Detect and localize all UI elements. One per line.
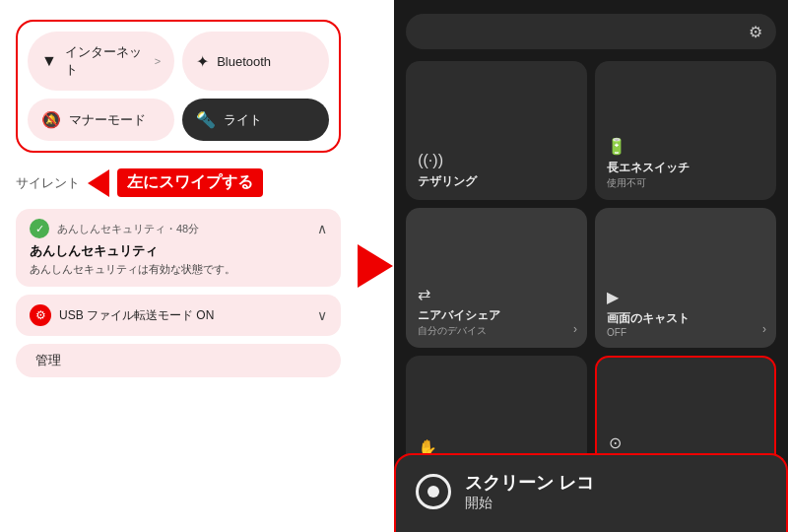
bluetooth-tile[interactable]: ✦ Bluetooth <box>182 32 329 91</box>
internet-tile[interactable]: ▼ インターネット > <box>28 32 174 91</box>
cast-icon: ▶ <box>607 288 764 306</box>
battery-icon: 🔋 <box>607 137 764 156</box>
flashlight-icon: 🔦 <box>196 110 216 129</box>
usb-label: USB ファイル転送モード ON <box>59 307 214 324</box>
internet-label: インターネット <box>65 43 147 79</box>
main-container: ▼ インターネット > ✦ Bluetooth 🔕 マナーモード 🔦 ライト <box>0 0 788 532</box>
left-arrow-icon <box>88 169 109 197</box>
screen-record-popup[interactable]: スクリーン レコ 開始 <box>394 453 788 532</box>
left-panel: ▼ インターネット > ✦ Bluetooth 🔕 マナーモード 🔦 ライト <box>0 0 357 532</box>
screen-record-popup-title: スクリーン レコ <box>465 471 594 495</box>
flashlight-label: ライト <box>224 111 262 129</box>
cast-label: 画面のキャスト <box>607 310 764 327</box>
usb-left: ⚙ USB ファイル転送モード ON <box>30 304 214 326</box>
usb-section[interactable]: ⚙ USB ファイル転送モード ON ∨ <box>16 295 341 336</box>
battery-saver-tile[interactable]: 🔋 長エネスイッチ 使用不可 <box>595 61 776 200</box>
notif-body: あんしんセキュリティは有効な状態です。 <box>30 262 327 277</box>
chevron-up-icon: ∧ <box>317 221 327 236</box>
bluetooth-label: Bluetooth <box>217 54 271 69</box>
chevron-down-icon: ∨ <box>317 307 327 323</box>
internet-chevron: > <box>155 55 161 67</box>
manage-button[interactable]: 管理 <box>16 344 341 377</box>
settings-gear-icon[interactable]: ⚙ <box>749 23 762 41</box>
nearby-chevron-icon: › <box>573 322 577 336</box>
panel-divider <box>357 0 394 532</box>
cast-tile[interactable]: ▶ 画面のキャスト OFF › <box>595 208 776 347</box>
screen-record-popup-sub: 開始 <box>465 495 594 512</box>
nearby-label: ニアバイシェア <box>418 307 575 324</box>
qs-row-2: 🔕 マナーモード 🔦 ライト <box>28 99 329 141</box>
qs-row-1: ▼ インターネット > ✦ Bluetooth <box>28 32 329 91</box>
right-arrow-icon <box>358 244 393 288</box>
wifi-icon: ▼ <box>41 52 57 70</box>
search-bar: ⚙ <box>406 14 776 49</box>
screen-record-tile-icon: ⊙ <box>609 433 762 452</box>
notif-sub: あんしんセキュリティ・48分 <box>57 222 199 236</box>
notif-title-row: ✓ あんしんセキュリティ・48分 <box>30 219 199 238</box>
notif-title: あんしんセキュリティ <box>30 242 327 260</box>
flashlight-tile[interactable]: 🔦 ライト <box>182 99 329 141</box>
cast-chevron-icon: › <box>762 322 766 336</box>
nearby-icon: ⇄ <box>418 285 575 303</box>
tethering-tile[interactable]: ((·)) テザリング <box>406 61 587 200</box>
swipe-hint-row: サイレント 左にスワイプする <box>16 168 341 197</box>
battery-sub: 使用不可 <box>607 176 764 190</box>
swipe-label: 左にスワイプする <box>117 168 263 197</box>
nearby-share-tile[interactable]: ⇄ ニアバイシェア 自分のデバイス › <box>406 208 587 347</box>
gear-icon: ⚙ <box>30 304 51 326</box>
mute-icon: 🔕 <box>41 110 61 129</box>
silent-tile[interactable]: 🔕 マナーモード <box>28 99 174 141</box>
bluetooth-icon: ✦ <box>196 52 209 71</box>
battery-label: 長エネスイッチ <box>607 160 764 176</box>
nearby-sub: 自分のデバイス <box>418 324 575 338</box>
shield-icon: ✓ <box>30 219 49 238</box>
quick-settings-box: ▼ インターネット > ✦ Bluetooth 🔕 マナーモード 🔦 ライト <box>16 20 341 153</box>
silent-label: マナーモード <box>69 111 146 129</box>
quick-tiles-grid: ((·)) テザリング 🔋 長エネスイッチ 使用不可 ⇄ ニアバイシェア 自分の… <box>406 61 776 499</box>
silent-text: サイレント <box>16 174 80 192</box>
right-panel: ⚙ ((·)) テザリング 🔋 長エネスイッチ 使用不可 ⇄ ニアバイシェア 自… <box>394 0 788 532</box>
notif-header: ✓ あんしんセキュリティ・48分 ∧ <box>30 219 327 238</box>
security-notification[interactable]: ✓ あんしんセキュリティ・48分 ∧ あんしんセキュリティ あんしんセキュリティ… <box>16 209 341 287</box>
screen-record-text: スクリーン レコ 開始 <box>465 471 594 512</box>
screen-record-popup-icon <box>416 474 451 509</box>
cast-sub: OFF <box>607 327 764 338</box>
tethering-label: テザリング <box>418 173 575 190</box>
tethering-icon: ((·)) <box>418 152 575 169</box>
